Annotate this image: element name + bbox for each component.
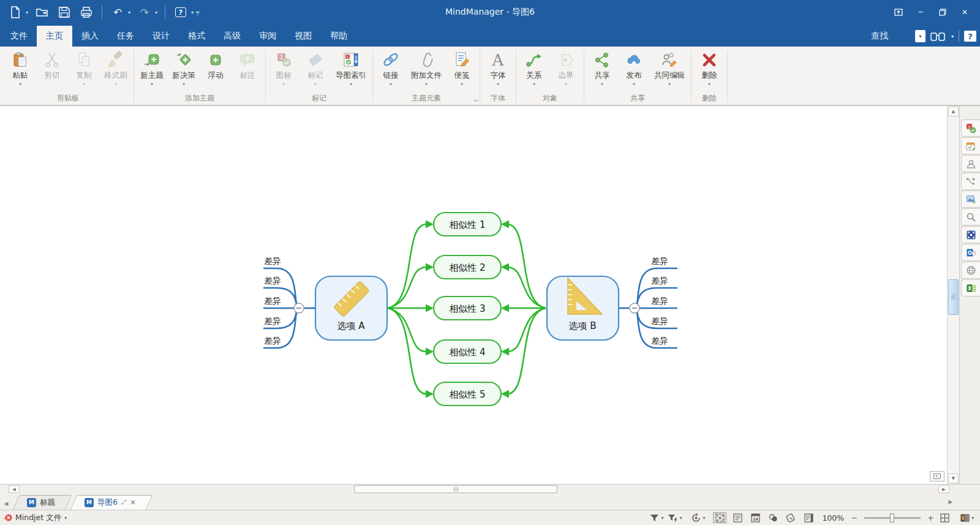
pane-tab-map-parts[interactable] [961, 173, 980, 190]
topic-a-node[interactable]: 选项 A [315, 276, 387, 340]
ribbon-button-delete[interactable]: 删除▾ [693, 48, 725, 88]
diff-topic[interactable]: 差异 [264, 316, 281, 326]
tag-view-button[interactable] [766, 512, 780, 523]
diff-topic[interactable]: 差异 [651, 316, 668, 326]
redo-caret[interactable]: ▾ [155, 10, 157, 15]
undo-button[interactable]: ↶ [110, 4, 126, 20]
diff-topic[interactable]: 差异 [651, 256, 668, 266]
diff-topic[interactable]: 差异 [264, 296, 281, 306]
new-document-caret[interactable]: ▾ [26, 10, 28, 15]
tab-home[interactable]: 主页 [37, 26, 72, 47]
collapse-button-a[interactable] [294, 303, 304, 313]
restore-button[interactable] [932, 4, 953, 20]
map-canvas[interactable]: 选项 A 选项 B 相似性 1 相似性 2 相似性 3 [0, 106, 947, 484]
doc-tab-scroll-left[interactable]: ◀ [1, 497, 11, 510]
pane-tab-resources[interactable] [961, 155, 980, 172]
new-document-button[interactable] [7, 4, 23, 20]
zoom-out-button[interactable]: − [851, 513, 858, 523]
ribbon-button-coedit[interactable]: 共同编辑▾ [650, 48, 689, 88]
fit-map-button[interactable] [938, 512, 952, 523]
tab-task[interactable]: 任务 [108, 26, 143, 47]
binoculars-caret[interactable]: ▾ [951, 34, 954, 39]
tab-help[interactable]: 帮助 [321, 26, 356, 47]
outline-view-button[interactable] [731, 512, 744, 523]
vertical-scroll-thumb[interactable] [948, 279, 959, 315]
similarity-node-4[interactable]: 相似性 4 [434, 340, 501, 363]
minimize-to-tray-button[interactable] [888, 4, 909, 20]
zoom-slider[interactable] [864, 517, 921, 519]
ribbon-button-floating-topic[interactable]: 浮动 [200, 48, 232, 88]
close-button[interactable]: ✕ [954, 4, 975, 20]
ribbon-button-tags[interactable]: 标记▾ [300, 48, 331, 88]
power-filter-button[interactable]: ▾ [668, 513, 682, 523]
vertical-scrollbar[interactable]: ▲ ▼ [947, 106, 959, 484]
ribbon-button-notes[interactable]: 便笺▾ [446, 48, 478, 88]
diff-topic[interactable]: 差异 [651, 276, 668, 285]
ribbon-button-font[interactable]: A 字体▾ [482, 48, 514, 88]
similarity-node-1[interactable]: 相似性 1 [434, 213, 501, 236]
open-button[interactable] [34, 4, 50, 20]
map-overview-button[interactable]: ↖ [930, 471, 944, 482]
ribbon-button-relationship[interactable]: 关系▾ [518, 48, 550, 88]
tab-advanced[interactable]: 高级 [214, 26, 250, 47]
diff-topic[interactable]: 差异 [264, 276, 281, 285]
tab-file[interactable]: 文件 [1, 26, 37, 47]
ribbon-button-cut[interactable]: 剪切 [36, 48, 68, 88]
ribbon-button-publish[interactable]: 发布▾ [618, 48, 650, 88]
doc-tab-map6[interactable]: M 导图6 ⤢ × [74, 495, 149, 510]
topic-b-node[interactable]: 选项 B [547, 276, 619, 340]
pane-tab-browser[interactable] [961, 262, 980, 279]
refresh-view-button[interactable]: ▾ [691, 513, 705, 523]
pane-tab-markers[interactable]: 1 [961, 119, 980, 137]
tab-insert[interactable]: 插入 [72, 26, 108, 47]
pane-tab-outlook[interactable]: O [961, 244, 980, 261]
scroll-left-button[interactable]: ◀ [9, 485, 20, 493]
icon-view-button[interactable] [784, 512, 797, 523]
ribbon-button-icons[interactable]: 1 图标▾ [268, 48, 300, 88]
collapse-button-b[interactable] [630, 303, 639, 313]
notes-view-button[interactable] [802, 512, 815, 523]
ribbon-button-attachment[interactable]: 附加文件▾ [407, 48, 446, 88]
ribbon-button-callout[interactable]: 标注 [232, 48, 263, 88]
ribbon-button-boundary[interactable]: 边界▾ [550, 48, 582, 88]
diff-topic[interactable]: 差异 [651, 336, 668, 346]
ribbon-button-paste[interactable]: 粘贴▾ [4, 48, 36, 88]
redo-button[interactable]: ↷ [137, 4, 153, 20]
ribbon-button-new-topic[interactable]: 新主题▾ [136, 48, 168, 88]
file-status-menu[interactable]: Mindjet 文件 ▾ [4, 513, 67, 523]
presentation-button[interactable]: ▾ [960, 513, 974, 523]
ribbon-button-share[interactable]: 共享▾ [586, 48, 618, 88]
doc-tab-scroll-right[interactable]: ▶ [946, 496, 956, 508]
ribbon-button-new-decision[interactable]: 新决策▾ [168, 48, 200, 88]
diff-topic[interactable]: 差异 [264, 256, 281, 266]
ribbon-button-copy[interactable]: 复制▾ [68, 48, 100, 88]
scroll-up-button[interactable]: ▲ [948, 107, 959, 116]
print-button[interactable] [78, 4, 94, 20]
doc-tab-close-icon[interactable]: × [130, 498, 136, 507]
undo-caret[interactable]: ▾ [128, 10, 130, 15]
qat-customize-button[interactable]: ╤ [196, 9, 199, 15]
vertical-scroll-track[interactable] [948, 117, 959, 473]
diff-topic[interactable]: 差异 [651, 296, 668, 306]
doc-tab-popout-icon[interactable]: ⤢ [121, 499, 126, 506]
similarity-node-3[interactable]: 相似性 3 [434, 296, 501, 320]
topic-elements-dialog-launcher[interactable]: ⌙ [473, 97, 478, 103]
similarity-node-2[interactable]: 相似性 2 [434, 255, 501, 279]
tab-view[interactable]: 视图 [285, 26, 321, 47]
tab-design[interactable]: 设计 [143, 26, 179, 47]
scroll-down-button[interactable]: ▼ [948, 474, 959, 483]
horizontal-scrollbar[interactable]: ◀ ▶ [0, 484, 980, 494]
map-view-button[interactable] [713, 512, 726, 523]
pane-tab-task-info[interactable] [961, 137, 980, 154]
scroll-right-button[interactable]: ▶ [938, 485, 949, 493]
tab-review[interactable]: 审阅 [250, 26, 285, 47]
help-menu-button[interactable]: ? [173, 4, 189, 20]
horizontal-scroll-thumb[interactable] [354, 485, 557, 493]
pane-tab-snapshot[interactable] [961, 226, 980, 243]
zoom-in-button[interactable]: + [927, 513, 934, 523]
save-button[interactable] [56, 4, 72, 20]
filter-button[interactable]: ▾ [649, 513, 663, 523]
ribbon-help-button[interactable]: ? [964, 31, 976, 42]
similarity-node-5[interactable]: 相似性 5 [434, 382, 501, 406]
ribbon-button-map-index[interactable]: 1 导图索引▾ [331, 48, 371, 88]
